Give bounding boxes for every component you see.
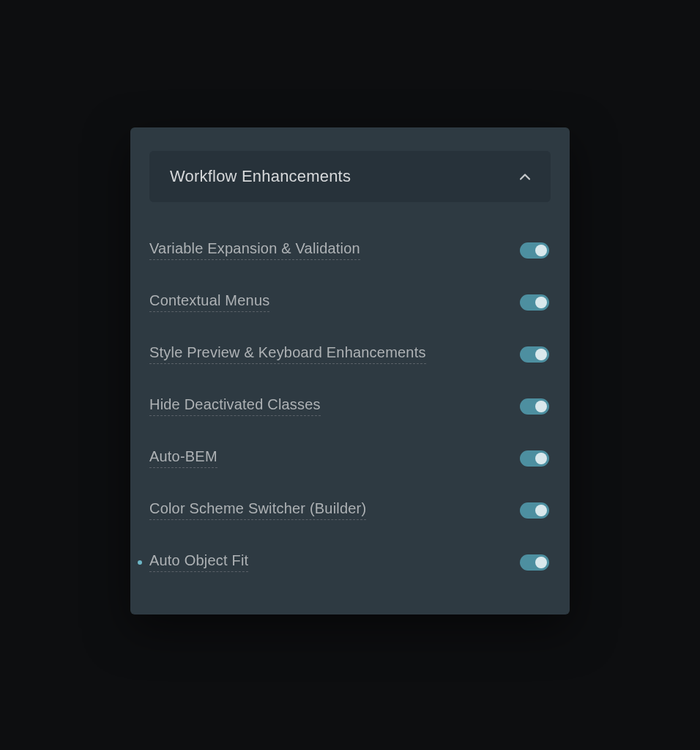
toggle-auto-bem[interactable] (520, 450, 549, 467)
toggle-knob (535, 453, 547, 464)
option-contextual-menus: Contextual Menus (149, 276, 551, 328)
toggle-hide-deactivated-classes[interactable] (520, 398, 549, 415)
toggle-knob (535, 349, 547, 360)
toggle-knob (535, 297, 547, 308)
toggle-variable-expansion-validation[interactable] (520, 242, 549, 259)
chevron-up-icon (520, 171, 530, 182)
option-style-preview-keyboard-enhancements: Style Preview & Keyboard Enhancements (149, 328, 551, 380)
option-auto-bem: Auto-BEM (149, 432, 551, 484)
option-label[interactable]: Color Scheme Switcher (Builder) (149, 500, 366, 520)
section-header-workflow-enhancements[interactable]: Workflow Enhancements (149, 151, 551, 202)
option-label[interactable]: Style Preview & Keyboard Enhancements (149, 344, 426, 364)
option-label[interactable]: Contextual Menus (149, 292, 269, 312)
option-color-scheme-switcher-builder: Color Scheme Switcher (Builder) (149, 484, 551, 536)
option-label[interactable]: Hide Deactivated Classes (149, 396, 321, 416)
toggle-knob (535, 245, 547, 256)
options-list: Variable Expansion & Validation Contextu… (149, 224, 551, 588)
section-title: Workflow Enhancements (170, 167, 351, 186)
option-label[interactable]: Variable Expansion & Validation (149, 240, 360, 260)
option-label[interactable]: Auto Object Fit (149, 552, 248, 572)
toggle-knob (535, 505, 547, 516)
settings-panel: Workflow Enhancements Variable Expansion… (130, 127, 570, 615)
toggle-contextual-menus[interactable] (520, 294, 549, 311)
option-auto-object-fit: Auto Object Fit (149, 536, 551, 588)
new-indicator-dot-icon (138, 560, 142, 565)
toggle-auto-object-fit[interactable] (520, 554, 549, 571)
option-hide-deactivated-classes: Hide Deactivated Classes (149, 380, 551, 432)
option-label[interactable]: Auto-BEM (149, 448, 217, 468)
toggle-color-scheme-switcher-builder[interactable] (520, 502, 549, 519)
option-variable-expansion-validation: Variable Expansion & Validation (149, 224, 551, 276)
toggle-knob (535, 401, 547, 412)
toggle-style-preview-keyboard-enhancements[interactable] (520, 346, 549, 363)
toggle-knob (535, 557, 547, 568)
